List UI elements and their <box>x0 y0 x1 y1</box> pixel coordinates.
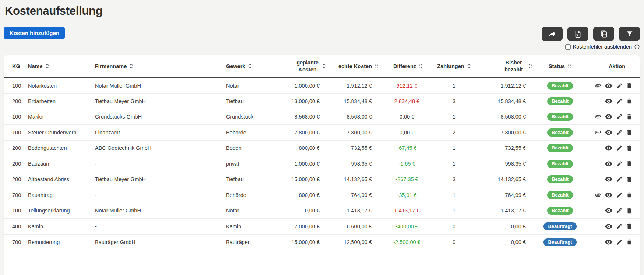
delete-icon <box>626 145 633 152</box>
column-header-echte-kosten[interactable]: echte Kosten <box>330 55 382 78</box>
edit-button[interactable] <box>616 207 623 214</box>
row-zahlungen: 1 <box>434 78 474 94</box>
delete-button[interactable] <box>626 82 633 89</box>
share-button[interactable] <box>542 27 563 41</box>
view-icon <box>605 97 613 105</box>
attachment-icon <box>595 82 601 89</box>
view-button[interactable] <box>605 97 613 105</box>
view-icon <box>605 113 613 121</box>
delete-button[interactable] <box>626 176 633 183</box>
view-icon <box>605 191 613 199</box>
pdf-export-button[interactable]: PDF <box>593 27 614 41</box>
row-echte-kosten: 8.568,00 € <box>330 109 382 125</box>
column-header-zahlungen[interactable]: Zahlungen <box>434 55 474 78</box>
row-firmenname: ABC Geotechnik GmbH <box>91 140 222 156</box>
row-geplante-kosten: 15.000,00 € <box>281 172 330 187</box>
info-icon[interactable] <box>634 44 640 50</box>
table-row: 700 Bemusterung Bauträger GmbH Bauträger… <box>4 234 640 250</box>
row-gewerk: Boden <box>222 140 281 156</box>
row-differenz: 2.834,48 € <box>382 94 434 109</box>
column-header-firmenname[interactable]: Firmenname <box>91 55 222 78</box>
edit-button[interactable] <box>616 223 623 230</box>
row-bisher-bezahlt: 0,00 € <box>474 219 536 235</box>
row-zahlungen: 1 <box>434 156 474 172</box>
view-button[interactable] <box>605 128 613 137</box>
hide-cost-errors-label: Kostenfehler ausblenden <box>573 44 632 50</box>
row-geplante-kosten: 15.000,00 € <box>281 234 330 250</box>
excel-export-button[interactable] <box>567 27 588 41</box>
edit-icon <box>616 129 623 136</box>
sort-icon[interactable] <box>528 63 532 69</box>
delete-button[interactable] <box>626 223 633 230</box>
edit-button[interactable] <box>616 113 623 120</box>
row-geplante-kosten: 0,00 € <box>281 203 330 219</box>
edit-icon <box>616 192 623 198</box>
column-header-name[interactable]: Name <box>24 55 91 78</box>
edit-button[interactable] <box>616 145 623 151</box>
view-icon <box>605 222 613 230</box>
delete-icon <box>626 176 633 183</box>
row-gewerk: Tiefbau <box>222 94 281 109</box>
column-header-geplante-kosten[interactable]: geplante Kosten <box>281 55 330 78</box>
edit-button[interactable] <box>616 98 623 105</box>
row-geplante-kosten: 7.000,00 € <box>281 219 330 235</box>
edit-button[interactable] <box>616 239 623 246</box>
sort-icon[interactable] <box>374 63 379 69</box>
delete-button[interactable] <box>626 113 633 120</box>
delete-icon <box>626 239 633 246</box>
view-button[interactable] <box>605 113 613 121</box>
filter-button[interactable] <box>619 27 640 41</box>
add-cost-button[interactable]: Kosten hinzufügen <box>4 27 65 39</box>
sort-icon[interactable] <box>45 63 49 69</box>
row-name: Notarkosten <box>24 78 91 94</box>
attachment-button[interactable] <box>595 129 601 136</box>
sort-icon[interactable] <box>322 63 326 69</box>
column-header-gewerk[interactable]: Gewerk <box>222 55 281 78</box>
sort-icon[interactable] <box>567 63 571 69</box>
row-gewerk: privat <box>222 156 281 172</box>
sort-icon[interactable] <box>129 63 133 69</box>
table-row: 200 Erdarbeiten Tiefbau Meyer GmbH Tiefb… <box>4 94 640 109</box>
row-bisher-bezahlt: 1.413,17 € <box>474 203 536 219</box>
row-bisher-bezahlt: 15.834,48 € <box>474 94 536 109</box>
edit-button[interactable] <box>616 192 623 198</box>
delete-button[interactable] <box>626 129 633 136</box>
view-button[interactable] <box>605 207 613 215</box>
table-header-row: KG Name Firmenname Gewerk geplante Koste… <box>4 55 640 78</box>
row-echte-kosten: 7.800,00 € <box>330 125 382 141</box>
delete-button[interactable] <box>626 239 633 246</box>
column-header-status[interactable]: Status <box>536 55 584 78</box>
attachment-button[interactable] <box>595 192 601 198</box>
row-echte-kosten: 1.413,17 € <box>330 203 382 219</box>
attachment-button[interactable] <box>595 113 601 120</box>
delete-button[interactable] <box>626 160 633 167</box>
edit-button[interactable] <box>616 176 623 183</box>
view-button[interactable] <box>605 144 613 152</box>
sort-icon[interactable] <box>248 63 252 69</box>
delete-button[interactable] <box>626 207 633 214</box>
edit-button[interactable] <box>616 161 623 167</box>
sort-icon[interactable] <box>467 63 471 69</box>
delete-icon <box>626 98 633 105</box>
view-button[interactable] <box>605 238 613 246</box>
view-button[interactable] <box>605 175 613 183</box>
edit-button[interactable] <box>616 129 623 136</box>
view-button[interactable] <box>605 82 613 90</box>
row-geplante-kosten: 1.000,00 € <box>281 156 330 172</box>
column-header-bisher-bezahlt[interactable]: Bisher bezahlt <box>474 55 536 78</box>
row-echte-kosten: 6.600,00 € <box>330 219 382 235</box>
delete-button[interactable] <box>626 145 633 152</box>
view-button[interactable] <box>605 222 613 230</box>
hide-cost-errors-checkbox[interactable] <box>565 44 571 50</box>
view-button[interactable] <box>605 191 613 199</box>
view-button[interactable] <box>605 160 613 168</box>
edit-button[interactable] <box>616 82 623 89</box>
edit-icon <box>616 161 623 167</box>
column-header-differenz[interactable]: Differenz <box>382 55 434 78</box>
attachment-button[interactable] <box>595 82 601 89</box>
row-echte-kosten: 998,35 € <box>330 156 382 172</box>
delete-button[interactable] <box>626 191 633 198</box>
delete-button[interactable] <box>626 98 633 105</box>
edit-icon <box>616 113 623 120</box>
sort-icon[interactable] <box>419 63 423 69</box>
